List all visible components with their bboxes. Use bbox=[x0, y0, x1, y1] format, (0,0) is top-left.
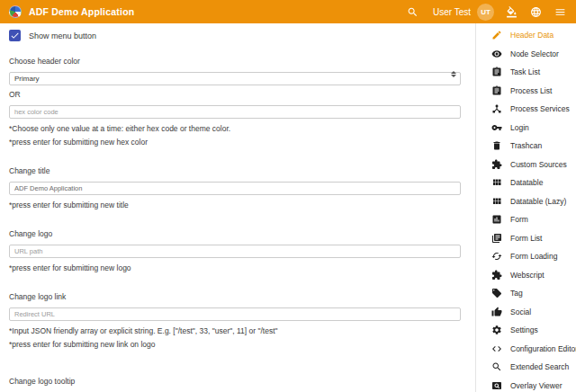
clipboard-icon bbox=[491, 67, 502, 77]
change-logo-link-label: Change logo link bbox=[9, 292, 461, 301]
search-icon bbox=[491, 361, 502, 372]
sidebar-item-label: Social bbox=[510, 307, 531, 316]
change-logo-label: Change logo bbox=[9, 229, 461, 238]
color-fill-icon[interactable] bbox=[504, 4, 518, 19]
app-header: ADF Demo Application User Test UT bbox=[0, 0, 576, 23]
change-title-label: Change title bbox=[9, 166, 461, 175]
sidebar-item-social[interactable]: Social bbox=[476, 303, 576, 322]
tag-icon bbox=[491, 288, 502, 298]
header-color-select[interactable]: Primary bbox=[9, 72, 461, 85]
sidebar-item-label: Form Loading bbox=[510, 252, 557, 261]
show-menu-button-checkbox[interactable]: Show menu button bbox=[9, 30, 461, 41]
puzzle-icon bbox=[491, 159, 502, 170]
change-logo-input[interactable] bbox=[9, 245, 461, 258]
key-icon bbox=[491, 122, 502, 133]
sidebar-item-label: Node Selector bbox=[510, 49, 559, 58]
sidebar-item-configuration-editor[interactable]: Configuration Editor bbox=[476, 340, 576, 359]
sidebar-item-label: Settings bbox=[510, 325, 538, 334]
chart-icon bbox=[491, 214, 502, 225]
sidebar-item-label: Custom Sources bbox=[510, 160, 567, 169]
avatar[interactable]: UT bbox=[477, 4, 494, 21]
change-logo-tooltip-label: Change logo tooltip bbox=[9, 377, 461, 386]
logo-note: *press enter for submitting new logo bbox=[9, 263, 461, 272]
sidebar-item-label: Overlay Viewer bbox=[510, 381, 562, 390]
sidebar-item-webscript[interactable]: Webscript bbox=[476, 266, 576, 285]
grid-icon bbox=[491, 196, 502, 207]
show-menu-button-label: Show menu button bbox=[29, 31, 96, 40]
sidebar-item-label: Login bbox=[510, 123, 529, 132]
menu-icon[interactable] bbox=[553, 4, 567, 19]
sidebar-item-form[interactable]: Form bbox=[476, 210, 576, 229]
checkbox-checked-icon[interactable] bbox=[9, 30, 21, 41]
change-logo-link-input[interactable] bbox=[9, 307, 461, 321]
sidebar-item-form-loading[interactable]: Form Loading bbox=[476, 247, 576, 266]
clipboard-icon bbox=[491, 85, 502, 96]
sidebar-item-header-data[interactable]: Header Data bbox=[476, 26, 576, 45]
logo-link-note-format: *Input JSON friendly array or explicit s… bbox=[9, 326, 461, 335]
sidebar-item-label: Configuration Editor bbox=[510, 344, 576, 353]
hex-note-submit: *press enter for submitting new hex colo… bbox=[9, 138, 461, 147]
sidebar-item-settings[interactable]: Settings bbox=[476, 321, 576, 340]
app-window: ADF Demo Application User Test UT Show m… bbox=[0, 0, 576, 392]
eye-icon bbox=[491, 49, 502, 59]
sidebar-item-trashcan[interactable]: Trashcan bbox=[476, 137, 576, 156]
sidebar-item-label: Webscript bbox=[510, 271, 544, 280]
sidebar-item-label: Datatable bbox=[510, 178, 543, 187]
sidebar-item-task-list[interactable]: Task List bbox=[476, 63, 576, 82]
main-area: Show menu button Choose header color Pri… bbox=[0, 23, 576, 392]
title-note: *press enter for submitting new title bbox=[9, 200, 461, 209]
sidebar-item-label: Process Services bbox=[510, 104, 570, 113]
header-color-label: Choose header color bbox=[9, 57, 461, 66]
sidebar-item-label: Form List bbox=[510, 234, 542, 243]
sidebar-item-process-services[interactable]: Process Services bbox=[476, 100, 576, 119]
sidebar-item-login[interactable]: Login bbox=[476, 119, 576, 138]
sidebar-item-label: Datatable (Lazy) bbox=[510, 197, 566, 206]
hex-color-input[interactable] bbox=[9, 105, 461, 119]
user-name[interactable]: User Test bbox=[433, 7, 471, 17]
trash-icon bbox=[491, 140, 502, 151]
sidebar-item-label: Tag bbox=[510, 289, 523, 298]
sidebar-item-process-list[interactable]: Process List bbox=[476, 82, 576, 101]
gear-icon bbox=[491, 325, 502, 335]
or-label: OR bbox=[9, 90, 461, 99]
sidebar-item-label: Trashcan bbox=[510, 141, 542, 150]
app-logo-icon[interactable] bbox=[9, 5, 22, 18]
sidebar-item-label: Header Data bbox=[510, 31, 554, 40]
change-title-input[interactable] bbox=[9, 182, 461, 195]
logo-link-note-submit: *press enter for submitting new link on … bbox=[9, 340, 461, 349]
pageview-icon bbox=[491, 380, 502, 391]
sidebar-item-overlay-viewer[interactable]: Overlay Viewer bbox=[476, 377, 576, 392]
code-icon bbox=[491, 343, 502, 354]
header-color-select-wrap: Primary bbox=[9, 68, 461, 85]
sidebar-item-label: Process List bbox=[510, 86, 552, 95]
sidebar-item-tag[interactable]: Tag bbox=[476, 284, 576, 303]
language-globe-icon[interactable] bbox=[528, 4, 543, 19]
thumb-up-icon bbox=[491, 307, 502, 317]
sidebar-item-datatable-lazy[interactable]: Datatable (Lazy) bbox=[476, 192, 576, 211]
sidebar-item-label: Task List bbox=[510, 67, 540, 76]
sidebar-item-extended-search[interactable]: Extended Search bbox=[476, 358, 576, 377]
sidebar-item-node-selector[interactable]: Node Selector bbox=[476, 45, 576, 64]
grid-icon bbox=[491, 177, 502, 188]
library-icon bbox=[491, 233, 502, 244]
device-hub-icon bbox=[491, 103, 502, 114]
sidebar-nav: Header DataNode SelectorTask ListProcess… bbox=[475, 23, 576, 392]
puzzle-icon bbox=[491, 270, 502, 281]
app-title: ADF Demo Application bbox=[29, 6, 134, 17]
sidebar-item-label: Extended Search bbox=[510, 362, 569, 371]
sidebar-item-custom-sources[interactable]: Custom Sources bbox=[476, 156, 576, 174]
sidebar-item-label: Form bbox=[510, 215, 528, 224]
edit-icon bbox=[491, 30, 502, 40]
avatar-initials: UT bbox=[481, 8, 490, 16]
search-icon[interactable] bbox=[406, 4, 420, 19]
hex-note-choose: *Choose only one value at a time: either… bbox=[9, 124, 461, 133]
sidebar-item-datatable[interactable]: Datatable bbox=[476, 174, 576, 192]
refresh-icon bbox=[491, 251, 502, 262]
header-data-panel: Show menu button Choose header color Pri… bbox=[0, 23, 475, 392]
sidebar-item-form-list[interactable]: Form List bbox=[476, 229, 576, 248]
